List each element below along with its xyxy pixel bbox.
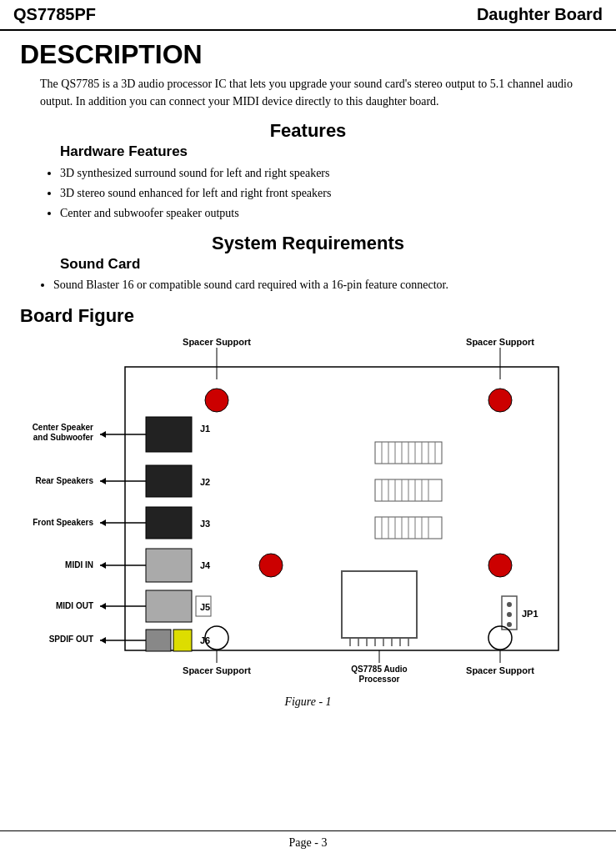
svg-text:and Subwoofer: and Subwoofer — [33, 433, 93, 442]
svg-point-80 — [507, 622, 512, 627]
svg-point-67 — [488, 554, 512, 577]
spacer-top-right-label: Spacer Support — [466, 337, 534, 347]
feature-item-3: Center and subwoofer speaker outputs — [60, 203, 596, 223]
svg-point-3 — [205, 389, 228, 412]
svg-point-83 — [488, 626, 512, 650]
board-diagram: Spacer Support Spacer Support J1 J2 J3 J… — [25, 334, 592, 692]
svg-rect-13 — [146, 507, 192, 539]
svg-text:Rear Speakers: Rear Speakers — [35, 476, 93, 485]
main-content: DESCRIPTION The QS7785 is a 3D audio pro… — [0, 39, 616, 709]
svg-text:J2: J2 — [200, 477, 210, 487]
feature-item-2: 3D stereo sound enhanced for left and ri… — [60, 183, 596, 203]
sound-card-list: Sound Blaster 16 or compatible sound car… — [53, 276, 596, 294]
svg-point-66 — [259, 554, 283, 577]
header-model: QS7785PF — [13, 5, 96, 24]
svg-marker-25 — [100, 603, 106, 610]
svg-point-4 — [488, 389, 512, 412]
sound-card-title: Sound Card — [20, 256, 596, 273]
svg-rect-68 — [342, 571, 417, 638]
svg-rect-21 — [146, 590, 192, 622]
description-title: DESCRIPTION — [20, 39, 596, 70]
figure-caption: Figure - 1 — [20, 695, 596, 709]
sound-card-item-1: Sound Blaster 16 or compatible sound car… — [53, 276, 596, 294]
svg-marker-12 — [100, 478, 106, 484]
svg-rect-26 — [146, 630, 171, 651]
svg-text:MIDI OUT: MIDI OUT — [56, 601, 93, 610]
svg-point-78 — [507, 602, 512, 607]
svg-text:Front Speakers: Front Speakers — [33, 518, 93, 527]
svg-marker-30 — [100, 637, 106, 644]
system-req-title: System Requirements — [20, 233, 596, 254]
svg-text:J1: J1 — [200, 424, 210, 434]
svg-marker-8 — [100, 431, 106, 438]
svg-rect-9 — [146, 465, 192, 497]
svg-text:J4: J4 — [200, 560, 211, 570]
svg-marker-16 — [100, 519, 106, 526]
hardware-features-list: 3D synthesized surround sound for left a… — [60, 163, 596, 223]
svg-text:Spacer Support: Spacer Support — [466, 665, 534, 675]
svg-text:Processor: Processor — [358, 675, 399, 684]
svg-rect-17 — [146, 549, 192, 582]
svg-marker-20 — [100, 562, 106, 569]
svg-text:J3: J3 — [200, 519, 210, 529]
header-title: Daughter Board — [477, 5, 603, 24]
svg-text:Center Speaker: Center Speaker — [32, 423, 93, 432]
svg-point-79 — [507, 612, 512, 617]
page-number: Page - 3 — [289, 836, 328, 849]
svg-text:QS7785 Audio: QS7785 Audio — [351, 665, 407, 674]
svg-rect-27 — [173, 630, 192, 651]
svg-text:Spacer Support: Spacer Support — [183, 665, 251, 675]
hardware-features-title: Hardware Features — [20, 143, 596, 160]
svg-text:SPDIF OUT: SPDIF OUT — [48, 635, 93, 644]
spacer-top-left-label: Spacer Support — [183, 337, 251, 347]
description-text: The QS7785 is a 3D audio processor IC th… — [40, 75, 596, 110]
features-title: Features — [20, 120, 596, 142]
page-footer: Page - 3 — [0, 830, 616, 850]
svg-text:JP1: JP1 — [522, 609, 538, 619]
svg-text:J5: J5 — [200, 602, 210, 612]
svg-rect-5 — [146, 417, 192, 452]
board-figure-title: Board Figure — [20, 305, 596, 327]
svg-text:MIDI IN: MIDI IN — [65, 560, 93, 569]
feature-item-1: 3D synthesized surround sound for left a… — [60, 163, 596, 183]
page-header: QS7785PF Daughter Board — [0, 0, 616, 31]
